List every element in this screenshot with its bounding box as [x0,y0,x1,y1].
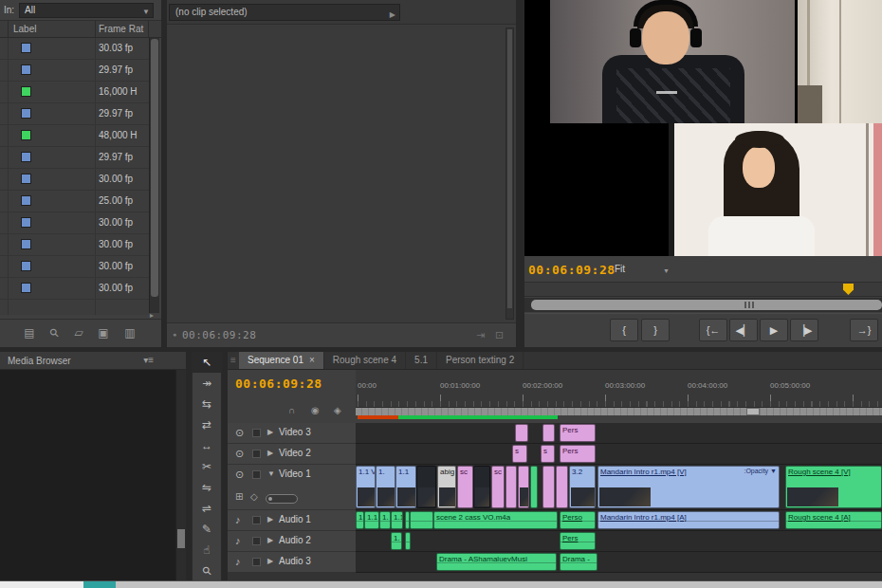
media-browser-title[interactable]: Media Browser [8,356,71,366]
project-item-row[interactable]: 25.00 fp [0,191,149,212]
scrollbar-thumb[interactable] [177,529,185,548]
program-timecode[interactable]: 00:06:09:28 [528,263,616,277]
timeline-clip[interactable]: Pers [560,532,596,550]
label-color-swatch[interactable] [21,64,31,75]
razor-tool[interactable]: ✂ [193,456,221,477]
scrollbar-thumb[interactable] [507,29,512,308]
timeline-clip[interactable]: Rough scene 4 [A] [785,511,882,529]
collapse-triangle-icon[interactable]: ▶ [267,449,273,457]
filter-select[interactable]: All ▼ [19,3,154,18]
set-marker-icon[interactable]: ◈ [334,405,341,415]
media-browser-scrollbar[interactable] [175,370,186,580]
project-column-headers[interactable]: Label Frame Rat [0,21,161,38]
track-lock-toggle[interactable] [252,558,261,566]
column-header-frame-rate[interactable]: Frame Rat [99,24,143,34]
find-icon[interactable]: ⚲ [46,326,63,340]
panel-menu-icon[interactable]: ▾≡ [143,355,154,365]
ripple-edit-tool[interactable]: ⇆ [193,394,221,414]
overwrite-icon[interactable]: ⊡ [495,329,504,341]
track-lane-video3[interactable]: Pers [356,423,882,444]
speaker-icon[interactable]: ♪ [235,556,241,567]
go-to-out-button[interactable]: →} [850,319,878,341]
project-item-row[interactable]: 29.97 fp [0,103,149,125]
timeline-clip[interactable]: 1.1 [395,466,416,508]
clear-trash-icon[interactable]: ▥ [121,326,138,340]
track-lock-toggle[interactable] [252,470,261,479]
speaker-icon[interactable]: ♪ [235,514,241,525]
mark-in-button[interactable]: { [610,319,638,341]
scrollbar-grip[interactable] [744,302,756,308]
slide-tool[interactable]: ⇌ [193,498,221,519]
selection-tool[interactable]: ↖ [193,352,221,373]
track-select-tool[interactable]: ↠ [193,373,221,394]
project-item-row[interactable]: 30.00 fp [0,278,149,300]
timeline-clip[interactable]: Drama - AShamaluevMusi [436,553,557,571]
new-bin-icon[interactable]: ▱ [70,326,87,340]
timeline-clip[interactable]: sc [491,466,505,508]
track-lane-video2[interactable]: s s Pers [356,444,882,465]
collapse-triangle-icon[interactable]: ▶ [267,428,273,436]
timeline-clip[interactable] [410,511,433,529]
play-button[interactable]: ▶ [760,319,788,341]
label-color-swatch[interactable] [21,217,31,228]
timeline-clip[interactable]: 3.2 [569,466,596,508]
eye-icon[interactable]: ⊙ [235,427,244,439]
timeline-clip[interactable]: Mandarin Intro r1.mp4 [A] [597,511,780,529]
program-zoom-scrollbar[interactable] [524,298,882,312]
timeline-clip[interactable] [515,424,528,442]
source-clip-menu[interactable]: (no clip selected) ▶ [169,4,400,21]
work-area-grip[interactable] [746,408,760,415]
tab-sequence-01[interactable]: Sequence 01× [239,352,324,369]
step-back-button[interactable]: ◀▏ [729,319,758,341]
track-lane-audio2[interactable]: 1. Pers [356,531,882,552]
track-lane-audio1[interactable]: 1. 1.1 1. 1.1 [356,510,882,531]
timeline-clip[interactable] [505,466,517,508]
time-ruler[interactable]: 00:00 00:01:00:00 00:02:00:00 00:03:00:0… [356,370,882,408]
project-item-list[interactable]: 30.03 fp 29.97 fp 16,000 H 29.97 fp [0,38,149,315]
timeline-clip[interactable]: Mandarin Intro r1.mp4 [V] :Opacity ▼ [597,466,780,508]
track-lock-toggle[interactable] [252,429,261,437]
program-video-frame[interactable] [524,0,882,256]
source-scrollbar[interactable] [505,28,514,320]
tab-rough-scene-4[interactable]: Rough scene 4 [324,352,406,369]
track-lane-video1[interactable]: 1.1 V 1. 1.1 [356,465,882,510]
timeline-clip[interactable]: 1. [391,532,402,550]
project-item-row[interactable]: 30.03 fp [0,38,149,60]
track-lock-toggle[interactable] [252,537,261,545]
track-lock-toggle[interactable] [252,450,261,458]
project-item-row[interactable]: 48,000 H [0,125,149,147]
keyframe-icon[interactable]: ◇ [250,491,258,502]
rate-stretch-tool[interactable]: ↔ [193,435,221,456]
timeline-clip[interactable] [556,466,568,508]
timeline-clip[interactable]: 1. [356,511,364,529]
zoom-level-select[interactable]: Fit ▼ [607,263,675,277]
encore-marker-icon[interactable]: ◉ [311,405,320,415]
list-view-icon[interactable]: ▤ [21,326,38,340]
go-to-in-button[interactable]: {← [699,319,727,341]
timeline-clip[interactable]: s [541,445,555,463]
project-item-row[interactable]: 29.97 fp [0,60,149,82]
timeline-clip[interactable]: Perso [560,511,596,529]
set-display-style-icon[interactable]: ⊞ [235,491,243,502]
pen-tool[interactable]: ✎ [193,519,221,540]
scrollbar-thumb[interactable] [531,300,882,310]
source-timecode[interactable]: 00:06:09:28 [182,329,256,341]
project-scrollbar[interactable] [149,38,159,313]
collapse-triangle-icon[interactable]: ▼ [267,469,275,478]
label-color-swatch[interactable] [21,152,31,162]
new-item-icon[interactable]: ▣ [95,326,112,340]
timeline-clip[interactable]: 1.1 V [356,466,376,508]
label-color-swatch[interactable] [21,130,31,140]
project-item-row[interactable]: 16,000 H [0,82,149,103]
timeline-clip[interactable]: 1. [376,466,395,508]
label-color-swatch[interactable] [21,261,31,271]
timeline-clip[interactable] [542,424,555,442]
hand-tool[interactable]: ☝ [193,540,221,560]
eye-icon[interactable]: ⊙ [235,448,244,460]
collapse-triangle-icon[interactable]: ▶ [267,515,273,524]
tab-5-1[interactable]: 5.1 [406,352,437,369]
zoom-tool[interactable]: ⚲ [193,560,221,580]
timeline-clip[interactable]: abig [437,466,456,508]
column-header-label[interactable]: Label [13,24,36,34]
timeline-clip[interactable]: Pers [560,424,596,442]
